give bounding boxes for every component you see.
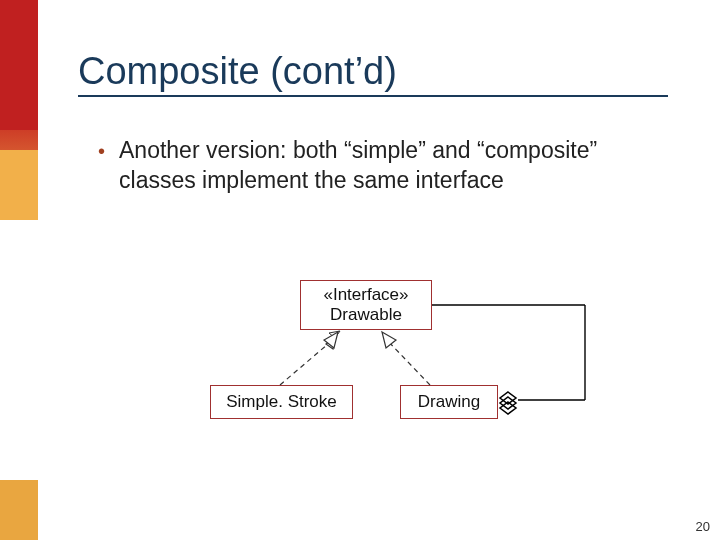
uml-interface-name: Drawable — [311, 305, 421, 325]
aggregation-diamond-icon — [500, 392, 516, 414]
slide-sidebar-deco — [0, 0, 38, 540]
svg-marker-1 — [326, 338, 335, 349]
svg-marker-2 — [329, 331, 340, 338]
page-number: 20 — [696, 519, 710, 534]
slide-title: Composite (cont’d) — [78, 50, 668, 97]
uml-interface-box: «Interface» Drawable — [300, 280, 432, 330]
svg-marker-10 — [500, 397, 516, 409]
bullet-item: • Another version: both “simple” and “co… — [98, 135, 658, 195]
svg-marker-9 — [500, 392, 516, 404]
svg-marker-5 — [382, 332, 396, 348]
svg-line-4 — [385, 338, 430, 385]
svg-marker-3 — [324, 332, 338, 348]
uml-composite-class-box: Drawing — [400, 385, 498, 419]
uml-simple-class-box: Simple. Stroke — [210, 385, 353, 419]
uml-simple-class-name: Simple. Stroke — [226, 392, 337, 411]
svg-line-0 — [280, 338, 335, 385]
bullet-text: Another version: both “simple” and “comp… — [119, 135, 658, 195]
uml-interface-stereotype: «Interface» — [311, 285, 421, 305]
svg-marker-11 — [500, 402, 516, 414]
bullet-dot-icon: • — [98, 137, 105, 165]
uml-composite-class-name: Drawing — [418, 392, 480, 411]
